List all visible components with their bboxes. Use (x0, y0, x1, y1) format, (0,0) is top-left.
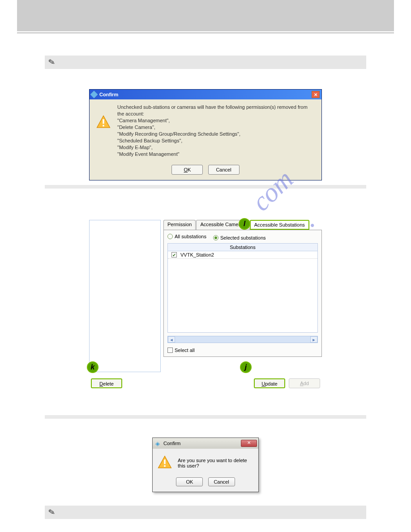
ok-button[interactable]: OK (171, 165, 203, 175)
substations-list: Substations ✔ VVTK_Station2 (167, 243, 318, 333)
shield-icon: ◈ (155, 440, 162, 446)
horizontal-scrollbar[interactable]: ◄ ► (167, 336, 318, 343)
substations-panel-wrapper: com manualshive. Permission Accessible C… (89, 220, 322, 388)
svg-rect-3 (164, 465, 165, 467)
radio-label: All substations (175, 234, 206, 239)
dialog-title: Confirm (163, 441, 241, 446)
callout-k: k (87, 361, 98, 373)
svg-rect-1 (103, 125, 104, 126)
update-button[interactable]: Update (254, 378, 285, 388)
radio-selected-substations[interactable]: Selected substations (213, 235, 266, 240)
tab-permission[interactable]: Permission (163, 220, 196, 230)
confirm-dialog-2: ◈ Confirm ✕ Are you sure you want to del… (152, 438, 259, 492)
list-item[interactable]: ✔ VVTK_Station2 (168, 251, 317, 259)
dialog-titlebar: Confirm ✕ (90, 90, 321, 99)
dialog-message: Are you sure you want to delete this use… (178, 458, 254, 468)
perm-item: "Camera Management", (117, 117, 315, 124)
list-header: Substations (168, 244, 317, 251)
checkbox-icon[interactable]: ✔ (171, 252, 177, 257)
callout-j: j (240, 361, 252, 373)
confirm-dialog-1: Confirm ✕ Unchecked sub-stations or came… (89, 89, 322, 180)
radio-label: Selected substations (220, 235, 266, 240)
perm-item: "Modify E-Map", (117, 144, 315, 151)
section-spacer (45, 415, 366, 419)
warning-icon (157, 455, 172, 471)
note-bar-1: ✎ (45, 56, 366, 69)
app-icon (90, 91, 98, 99)
perm-item: "Scheduled Backup Settings", (117, 137, 315, 144)
callout-l: l (239, 218, 250, 230)
dialog-titlebar: ◈ Confirm ✕ (153, 438, 258, 449)
message-intro: Unchecked sub-stations or cameras will h… (117, 104, 315, 117)
scroll-right-icon[interactable]: ► (310, 336, 317, 343)
warning-icon (96, 115, 111, 131)
checkbox-icon[interactable] (167, 348, 173, 353)
pencil-icon: ✎ (47, 507, 56, 518)
select-all-checkbox[interactable]: Select all (167, 348, 195, 353)
add-button: Add (289, 378, 320, 388)
scroll-left-icon[interactable]: ◄ (168, 336, 175, 343)
dialog-message: Unchecked sub-stations or cameras will h… (117, 104, 315, 158)
svg-rect-0 (103, 119, 104, 124)
header-banner (17, 0, 394, 31)
ok-button[interactable]: OK (176, 477, 203, 486)
user-list-panel (89, 220, 161, 372)
perm-item: "Delete Camera", (117, 124, 315, 131)
tab-content: All substations Selected substations Sub… (163, 230, 322, 357)
dialog-title: Confirm (99, 92, 312, 97)
delete-button[interactable]: Delete (91, 378, 122, 388)
substation-name: VVTK_Station2 (180, 252, 214, 257)
section-spacer (45, 185, 366, 189)
cancel-button[interactable]: Cancel (208, 165, 240, 175)
close-button[interactable]: ✕ (312, 91, 320, 98)
note-bar-2: ✎ (45, 506, 366, 519)
perm-item: "Modify Event Management" (117, 151, 315, 158)
pencil-icon: ✎ (47, 57, 56, 68)
svg-rect-2 (164, 459, 165, 464)
scroll-track[interactable] (175, 336, 310, 343)
cancel-button[interactable]: Cancel (208, 477, 235, 486)
radio-all-substations[interactable]: All substations (167, 234, 206, 239)
select-all-label: Select all (175, 348, 195, 353)
tab-accessible-substations[interactable]: Accessible Substations (250, 220, 309, 230)
close-button[interactable]: ✕ (241, 440, 257, 447)
perm-item: "Modify Recording Group/Recording Schedu… (117, 131, 315, 137)
